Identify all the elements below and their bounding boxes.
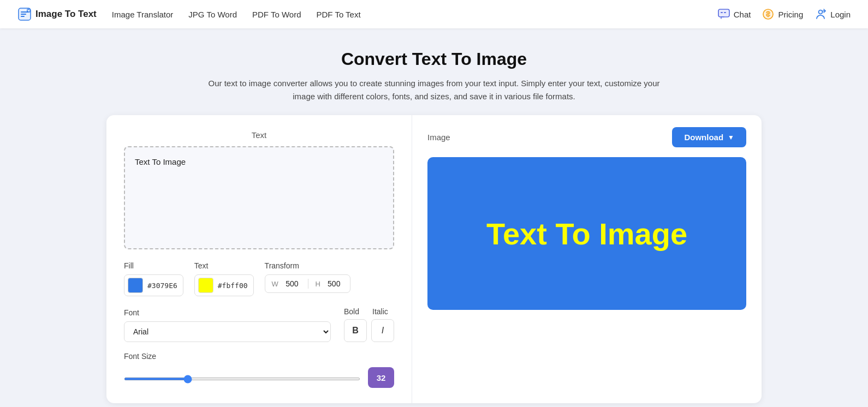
style-btns-row: B I bbox=[344, 319, 394, 342]
fill-control: Fill #3079E6 bbox=[124, 261, 183, 296]
transform-control: Transform W 500 H 500 bbox=[265, 261, 350, 293]
preview-text: Text To Image bbox=[486, 216, 687, 252]
font-size-row: 32 bbox=[124, 367, 394, 388]
chevron-down-icon: ▼ bbox=[728, 134, 734, 141]
login-icon bbox=[814, 8, 827, 21]
font-select-group: Font Arial Times New Roman Verdana Georg… bbox=[124, 308, 331, 342]
image-preview: Text To Image bbox=[427, 157, 746, 310]
svg-rect-2 bbox=[21, 14, 26, 15]
login-link[interactable]: Login bbox=[814, 8, 851, 21]
italic-button[interactable]: I bbox=[371, 319, 394, 342]
font-size-badge: 32 bbox=[368, 367, 394, 388]
nav-pdf-to-word[interactable]: PDF To Word bbox=[252, 10, 301, 19]
left-panel: Text Text To Image Fill #3079E6 Text bbox=[106, 115, 412, 403]
transform-w-value: 500 bbox=[283, 279, 301, 288]
svg-point-9 bbox=[819, 10, 823, 14]
svg-rect-3 bbox=[21, 16, 25, 17]
bold-group: Bold bbox=[344, 307, 359, 316]
nav-image-translator[interactable]: Image Translator bbox=[112, 10, 174, 19]
chat-link[interactable]: Chat bbox=[717, 8, 751, 21]
nav-pdf-to-text[interactable]: PDF To Text bbox=[316, 10, 360, 19]
transform-label: Transform bbox=[265, 261, 350, 270]
right-panel: Image Download ▼ Text To Image bbox=[412, 115, 762, 403]
download-label: Download bbox=[684, 133, 723, 142]
text-color-label: Text bbox=[194, 261, 254, 270]
main-container: Text Text To Image Fill #3079E6 Text bbox=[106, 115, 762, 403]
bold-button[interactable]: B bbox=[344, 319, 367, 342]
svg-rect-5 bbox=[718, 9, 729, 17]
navbar: Image To Text Image Translator JPG To Wo… bbox=[0, 0, 868, 28]
h-letter: H bbox=[315, 280, 320, 288]
font-size-slider-wrapper bbox=[124, 373, 360, 382]
svg-rect-6 bbox=[721, 12, 723, 13]
font-size-slider[interactable] bbox=[124, 378, 360, 380]
nav-links: Image Translator JPG To Word PDF To Word… bbox=[112, 10, 717, 19]
italic-group: Italic bbox=[372, 307, 388, 316]
w-letter: W bbox=[272, 280, 278, 288]
brand-link[interactable]: Image To Text bbox=[17, 7, 97, 21]
transform-divider bbox=[308, 279, 309, 289]
font-row: Font Arial Times New Roman Verdana Georg… bbox=[124, 307, 394, 342]
text-input[interactable]: Text To Image bbox=[135, 157, 383, 236]
brand-icon bbox=[17, 7, 32, 21]
fill-color-swatch[interactable] bbox=[128, 278, 143, 293]
text-color-control: Text #fbff00 bbox=[194, 261, 254, 296]
transform-h-value: 500 bbox=[325, 279, 343, 288]
bold-label: Bold bbox=[344, 307, 359, 316]
text-input-wrapper: Text To Image bbox=[124, 146, 394, 249]
font-size-section: Font Size 32 bbox=[124, 352, 394, 388]
text-color-hex: #fbff00 bbox=[218, 282, 248, 290]
hero-subtitle: Our text to image converter allows you t… bbox=[199, 77, 669, 103]
nav-jpg-to-word[interactable]: JPG To Word bbox=[188, 10, 237, 19]
pricing-icon bbox=[762, 8, 775, 21]
svg-rect-7 bbox=[724, 12, 726, 13]
chat-icon bbox=[717, 8, 730, 21]
download-button[interactable]: Download ▼ bbox=[672, 127, 746, 147]
text-color-swatch[interactable] bbox=[198, 278, 213, 293]
fill-label: Fill bbox=[124, 261, 183, 270]
hero-section: Convert Text To Image Our text to image … bbox=[0, 28, 868, 115]
right-header: Image Download ▼ bbox=[427, 127, 746, 147]
fill-color-hex: #3079E6 bbox=[147, 282, 177, 290]
pricing-link[interactable]: Pricing bbox=[762, 8, 803, 21]
font-label: Font bbox=[124, 308, 331, 317]
brand-label: Image To Text bbox=[35, 9, 97, 20]
italic-label: Italic bbox=[372, 307, 388, 316]
transform-inputs: W 500 H 500 bbox=[265, 274, 350, 293]
font-size-label: Font Size bbox=[124, 352, 394, 361]
fill-color-row[interactable]: #3079E6 bbox=[124, 274, 183, 296]
page-title: Convert Text To Image bbox=[11, 49, 857, 69]
text-color-row[interactable]: #fbff00 bbox=[194, 274, 254, 296]
style-buttons-group: Bold Italic B I bbox=[344, 307, 394, 342]
nav-right: Chat Pricing Login bbox=[717, 8, 851, 21]
font-select[interactable]: Arial Times New Roman Verdana Georgia Co… bbox=[124, 321, 331, 342]
text-section-label: Text bbox=[124, 130, 394, 140]
image-section-label: Image bbox=[427, 133, 450, 142]
